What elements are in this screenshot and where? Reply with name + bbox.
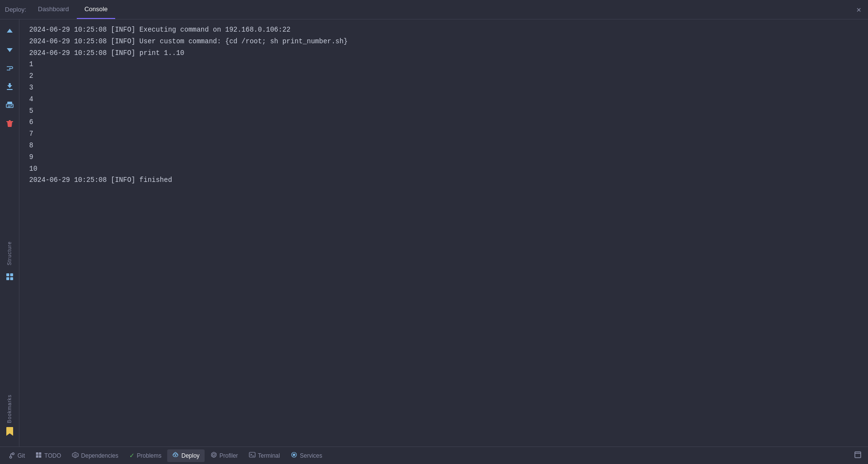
wrap-icon[interactable] bbox=[3, 61, 17, 75]
close-button[interactable]: ✕ bbox=[854, 3, 863, 17]
console-line: 5 bbox=[29, 106, 858, 117]
svg-rect-12 bbox=[6, 273, 9, 276]
svg-point-36 bbox=[293, 454, 295, 456]
svg-rect-10 bbox=[6, 121, 13, 122]
svg-rect-11 bbox=[9, 120, 11, 121]
console-line: 2024-06-29 10:25:08 [INFO] User custom c… bbox=[29, 36, 858, 48]
svg-marker-24 bbox=[74, 454, 77, 457]
services-tab[interactable]: Services bbox=[286, 449, 327, 462]
console-line: 8 bbox=[29, 140, 858, 152]
print-icon[interactable] bbox=[3, 98, 17, 112]
svg-rect-22 bbox=[39, 455, 41, 458]
expand-button[interactable] bbox=[851, 450, 864, 461]
bookmarks-label: Bookmarks bbox=[7, 394, 12, 423]
svg-rect-3 bbox=[7, 89, 13, 90]
svg-point-16 bbox=[12, 453, 14, 455]
download-icon[interactable] bbox=[3, 80, 17, 93]
svg-rect-20 bbox=[39, 452, 41, 455]
problems-icon: ✓ bbox=[129, 452, 135, 459]
console-line: 7 bbox=[29, 128, 858, 140]
services-icon bbox=[291, 451, 297, 460]
svg-point-26 bbox=[175, 455, 176, 456]
console-line: 9 bbox=[29, 152, 858, 163]
svg-point-9 bbox=[11, 105, 12, 106]
structure-label: Structure bbox=[7, 241, 12, 266]
svg-rect-8 bbox=[8, 107, 10, 108]
svg-rect-15 bbox=[10, 277, 13, 280]
svg-rect-21 bbox=[36, 455, 38, 458]
console-line: 10 bbox=[29, 163, 858, 175]
svg-rect-7 bbox=[8, 106, 12, 107]
console-line: 3 bbox=[29, 82, 858, 94]
console-line: 1 bbox=[29, 59, 858, 71]
svg-marker-0 bbox=[7, 29, 13, 33]
git-icon bbox=[9, 452, 15, 459]
console-line: 2 bbox=[29, 71, 858, 82]
problems-tab[interactable]: ✓ Problems bbox=[124, 449, 167, 462]
svg-marker-1 bbox=[7, 48, 13, 52]
console-line: 2024-06-29 10:25:08 [INFO] print 1..10 bbox=[29, 48, 858, 59]
deploy-tab[interactable]: Deploy bbox=[167, 449, 204, 462]
svg-marker-4 bbox=[7, 83, 12, 88]
svg-line-32 bbox=[211, 456, 211, 456]
tab-bar: Deploy: Dashboard Console ✕ bbox=[0, 0, 868, 19]
console-line: 4 bbox=[29, 94, 858, 106]
todo-tab[interactable]: TODO bbox=[31, 449, 66, 462]
git-tab[interactable]: Git bbox=[4, 449, 30, 462]
svg-line-30 bbox=[216, 453, 216, 454]
tab-dashboard[interactable]: Dashboard bbox=[30, 0, 77, 19]
scroll-down-icon[interactable] bbox=[3, 43, 17, 56]
console-line: 2024-06-29 10:25:08 [INFO] Executing com… bbox=[29, 24, 858, 36]
left-sidebar: Structure Bookmarks bbox=[0, 19, 19, 446]
profiler-tab[interactable]: Profiler bbox=[206, 449, 243, 462]
tab-console[interactable]: Console bbox=[77, 0, 116, 19]
todo-icon bbox=[35, 452, 42, 460]
svg-point-17 bbox=[10, 456, 12, 458]
bottom-toolbar: Git TODO Dependencies ✓ Problems bbox=[0, 446, 868, 464]
main-content: Structure Bookmarks 2024-06-29 10:25:08 … bbox=[0, 19, 868, 446]
deploy-prefix: Deploy: bbox=[5, 6, 26, 13]
clear-icon[interactable] bbox=[3, 117, 17, 130]
console-output[interactable]: 2024-06-29 10:25:08 [INFO] Executing com… bbox=[19, 19, 868, 446]
console-line: 2024-06-29 10:25:08 [INFO] finished bbox=[29, 175, 858, 186]
dependencies-icon bbox=[72, 452, 79, 460]
svg-rect-37 bbox=[855, 452, 861, 458]
terminal-icon bbox=[249, 451, 256, 460]
svg-point-27 bbox=[211, 452, 216, 457]
deploy-icon bbox=[172, 451, 179, 460]
scroll-up-icon[interactable] bbox=[3, 24, 17, 38]
svg-point-28 bbox=[212, 454, 215, 456]
console-line: 6 bbox=[29, 117, 858, 128]
svg-rect-19 bbox=[36, 452, 38, 455]
svg-rect-13 bbox=[10, 273, 13, 276]
dependencies-tab[interactable]: Dependencies bbox=[67, 449, 123, 462]
svg-rect-14 bbox=[6, 277, 9, 280]
profiler-icon bbox=[210, 451, 217, 460]
terminal-tab[interactable]: Terminal bbox=[244, 449, 285, 462]
